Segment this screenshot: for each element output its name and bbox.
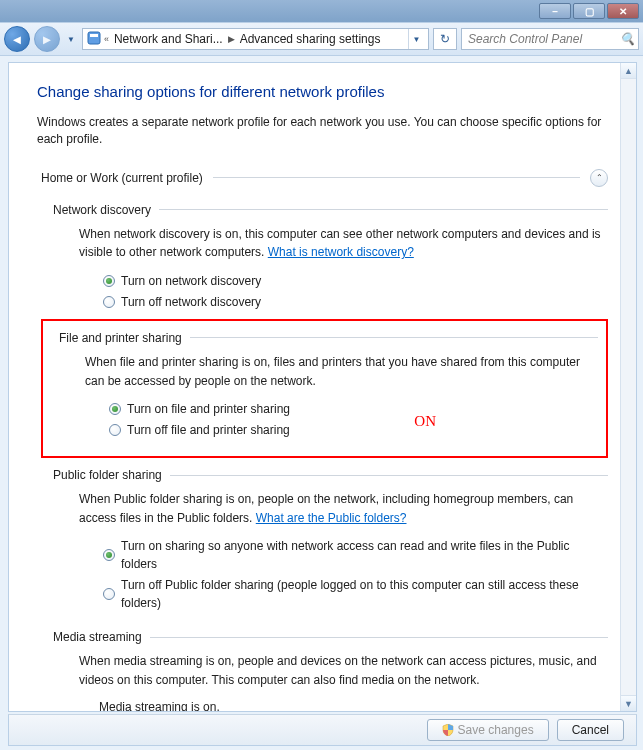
section-title-public-folder: Public folder sharing xyxy=(53,468,162,482)
close-button[interactable]: ✕ xyxy=(607,3,639,19)
save-changes-label: Save changes xyxy=(458,723,534,737)
divider xyxy=(213,177,580,178)
breadcrumb-prev-icon[interactable]: « xyxy=(104,34,109,44)
recent-dropdown[interactable]: ▼ xyxy=(64,35,78,44)
file-printer-radio-group: Turn on file and printer sharing Turn of… xyxy=(109,400,598,439)
content-area: Change sharing options for different net… xyxy=(9,63,636,711)
radio-icon xyxy=(103,296,115,308)
svg-rect-1 xyxy=(90,34,98,37)
breadcrumb-item-advanced[interactable]: Advanced sharing settings xyxy=(238,32,383,46)
link-what-is-network-discovery[interactable]: What is network discovery? xyxy=(268,245,414,259)
file-printer-description: When file and printer sharing is on, fil… xyxy=(85,353,598,390)
title-bar: – ▢ ✕ xyxy=(0,0,643,22)
media-streaming-description: When media streaming is on, people and d… xyxy=(79,652,608,689)
divider xyxy=(159,209,608,210)
link-what-are-public-folders[interactable]: What are the Public folders? xyxy=(256,511,407,525)
address-bar[interactable]: « Network and Shari... ▶ Advanced sharin… xyxy=(82,28,429,50)
radio-file-printer-on[interactable]: Turn on file and printer sharing xyxy=(109,400,598,418)
radio-public-folder-off[interactable]: Turn off Public folder sharing (people l… xyxy=(103,576,608,612)
minimize-button[interactable]: – xyxy=(539,3,571,19)
uac-shield-icon xyxy=(442,724,454,736)
radio-icon xyxy=(103,275,115,287)
section-header-file-printer: File and printer sharing xyxy=(59,331,598,345)
section-header-public-folder: Public folder sharing xyxy=(53,468,608,482)
search-icon[interactable]: 🔍 xyxy=(620,32,634,46)
section-header-media-streaming: Media streaming xyxy=(53,630,608,644)
public-folder-radio-group: Turn on sharing so anyone with network a… xyxy=(103,537,608,612)
cancel-button[interactable]: Cancel xyxy=(557,719,624,741)
address-dropdown[interactable]: ▼ xyxy=(408,28,424,50)
navigation-bar: ◄ ► ▼ « Network and Shari... ▶ Advanced … xyxy=(0,22,643,56)
scroll-up-arrow-icon[interactable]: ▲ xyxy=(621,63,636,79)
media-streaming-status: Media streaming is on. xyxy=(99,700,608,711)
page-intro: Windows creates a separate network profi… xyxy=(37,114,608,149)
radio-icon xyxy=(103,588,115,600)
radio-label: Turn on sharing so anyone with network a… xyxy=(121,537,608,573)
save-changes-button[interactable]: Save changes xyxy=(427,719,549,741)
svg-rect-0 xyxy=(88,32,100,44)
refresh-button[interactable]: ↻ xyxy=(433,28,457,50)
forward-button[interactable]: ► xyxy=(34,26,60,52)
radio-network-discovery-off[interactable]: Turn off network discovery xyxy=(103,293,608,311)
radio-icon xyxy=(109,424,121,436)
network-discovery-radio-group: Turn on network discovery Turn off netwo… xyxy=(103,272,608,311)
radio-label: Turn on file and printer sharing xyxy=(127,400,290,418)
annotation-on: ON xyxy=(414,413,436,430)
radio-network-discovery-on[interactable]: Turn on network discovery xyxy=(103,272,608,290)
section-title-media-streaming: Media streaming xyxy=(53,630,142,644)
section-title-network-discovery: Network discovery xyxy=(53,203,151,217)
radio-icon xyxy=(103,549,115,561)
section-header-network-discovery: Network discovery xyxy=(53,203,608,217)
divider xyxy=(170,475,608,476)
highlight-file-printer-sharing: File and printer sharing When file and p… xyxy=(41,319,608,458)
radio-label: Turn off file and printer sharing xyxy=(127,421,290,439)
cancel-label: Cancel xyxy=(572,723,609,737)
back-button[interactable]: ◄ xyxy=(4,26,30,52)
network-discovery-description: When network discovery is on, this compu… xyxy=(79,225,608,262)
divider xyxy=(190,337,598,338)
profile-header-label: Home or Work (current profile) xyxy=(41,171,203,185)
button-bar: Save changes Cancel xyxy=(8,714,637,746)
breadcrumb-item-network[interactable]: Network and Shari... xyxy=(112,32,225,46)
divider xyxy=(150,637,608,638)
control-panel-icon xyxy=(87,31,101,48)
radio-icon xyxy=(109,403,121,415)
search-input[interactable]: Search Control Panel 🔍 xyxy=(461,28,639,50)
maximize-button[interactable]: ▢ xyxy=(573,3,605,19)
scroll-down-arrow-icon[interactable]: ▼ xyxy=(621,695,636,711)
radio-label: Turn off network discovery xyxy=(121,293,261,311)
page-title: Change sharing options for different net… xyxy=(37,83,608,100)
search-placeholder: Search Control Panel xyxy=(468,32,582,46)
collapse-profile-button[interactable]: ⌃ xyxy=(590,169,608,187)
content-wrap: Change sharing options for different net… xyxy=(8,62,637,712)
vertical-scrollbar[interactable]: ▲ ▼ xyxy=(620,63,636,711)
radio-public-folder-on[interactable]: Turn on sharing so anyone with network a… xyxy=(103,537,608,573)
media-streaming-status-block: Media streaming is on. Choose media stre… xyxy=(99,700,608,711)
radio-label: Turn on network discovery xyxy=(121,272,261,290)
public-folder-description: When Public folder sharing is on, people… xyxy=(79,490,608,527)
section-title-file-printer: File and printer sharing xyxy=(59,331,182,345)
profile-header-row: Home or Work (current profile) ⌃ xyxy=(37,169,608,193)
radio-file-printer-off[interactable]: Turn off file and printer sharing xyxy=(109,421,598,439)
breadcrumb-separator-icon: ▶ xyxy=(228,34,235,44)
radio-label: Turn off Public folder sharing (people l… xyxy=(121,576,608,612)
